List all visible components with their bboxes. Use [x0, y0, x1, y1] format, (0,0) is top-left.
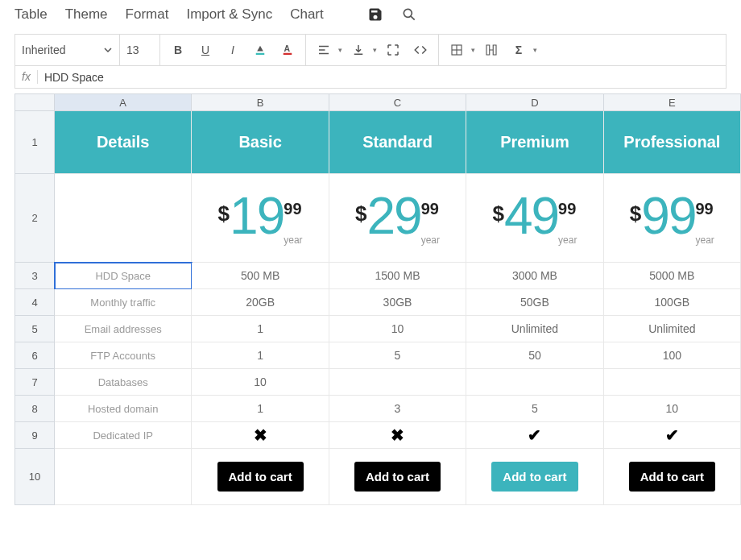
feature-value[interactable]: 50GB: [466, 289, 603, 316]
menu-import-sync[interactable]: Import & Sync: [186, 6, 272, 23]
row-header-6[interactable]: 6: [14, 342, 55, 369]
chevron-down-icon: [103, 45, 113, 55]
svg-line-1: [411, 16, 415, 20]
cart-cell[interactable]: Add to cart: [192, 449, 329, 505]
feature-value[interactable]: 10: [192, 369, 329, 396]
feature-value[interactable]: 50: [466, 342, 603, 369]
row-header-7[interactable]: 7: [14, 369, 55, 396]
row-header-9[interactable]: 9: [14, 422, 55, 449]
feature-value[interactable]: 10: [329, 316, 466, 342]
row-header-5[interactable]: 5: [14, 316, 55, 342]
row-header-8[interactable]: 8: [14, 396, 55, 422]
save-icon[interactable]: [367, 6, 383, 23]
bold-button[interactable]: B: [167, 39, 189, 61]
feature-value[interactable]: ✖: [192, 422, 329, 449]
col-header-c[interactable]: C: [329, 93, 466, 111]
feature-value[interactable]: ✔: [466, 422, 603, 449]
feature-value[interactable]: 500 MB: [192, 263, 329, 289]
feature-value[interactable]: 1: [192, 342, 329, 369]
cart-cell[interactable]: Add to cart: [604, 449, 741, 505]
plan-header[interactable]: Details: [55, 111, 192, 174]
feature-value[interactable]: 1: [192, 396, 329, 422]
align-horizontal-button[interactable]: [313, 39, 335, 61]
align-vertical-button[interactable]: [347, 39, 370, 61]
menu-theme[interactable]: Theme: [65, 6, 108, 23]
add-to-cart-button[interactable]: Add to cart: [217, 462, 304, 492]
col-header-b[interactable]: B: [192, 93, 329, 111]
add-to-cart-button[interactable]: Add to cart: [629, 462, 715, 492]
row-header-3[interactable]: 3: [14, 263, 55, 289]
svg-text:A: A: [284, 44, 291, 53]
feature-value[interactable]: 3000 MB: [466, 263, 603, 289]
expand-button[interactable]: [382, 39, 404, 61]
feature-label[interactable]: Monthly traffic: [55, 289, 192, 316]
plan-header[interactable]: Standard: [329, 111, 466, 174]
feature-label[interactable]: Databases: [55, 369, 192, 396]
font-size-input[interactable]: 13: [120, 35, 160, 65]
feature-label[interactable]: Email addresses: [55, 316, 192, 342]
feature-value[interactable]: [329, 369, 466, 396]
feature-label[interactable]: Dedicated IP: [55, 422, 192, 449]
add-to-cart-button[interactable]: Add to cart: [491, 462, 577, 492]
fill-color-button[interactable]: [249, 39, 271, 61]
feature-value[interactable]: 5000 MB: [604, 263, 741, 289]
feature-value[interactable]: 100GB: [604, 289, 741, 316]
feature-value[interactable]: 20GB: [192, 289, 329, 316]
col-header-a[interactable]: A: [55, 93, 192, 111]
price-cell[interactable]: $1999year: [192, 174, 329, 263]
feature-value[interactable]: 1: [192, 316, 329, 342]
row-header-1[interactable]: 1: [14, 111, 55, 174]
feature-value[interactable]: 100: [604, 342, 741, 369]
feature-value[interactable]: ✖: [329, 422, 466, 449]
feature-value[interactable]: [604, 369, 741, 396]
menu-chart[interactable]: Chart: [290, 6, 324, 23]
feature-value[interactable]: 1500 MB: [329, 263, 466, 289]
merge-button[interactable]: [480, 39, 503, 61]
feature-value[interactable]: Unlimited: [604, 316, 741, 342]
menu-table[interactable]: Table: [14, 6, 48, 23]
italic-button[interactable]: I: [221, 39, 244, 61]
borders-button[interactable]: [445, 39, 468, 61]
underline-button[interactable]: U: [194, 39, 217, 61]
svg-rect-4: [284, 53, 292, 55]
formula-button[interactable]: Σ: [507, 39, 530, 61]
feature-value[interactable]: 3: [329, 396, 466, 422]
code-button[interactable]: [409, 39, 432, 61]
cross-icon: ✖: [391, 425, 404, 445]
feature-value[interactable]: 5: [329, 342, 466, 369]
feature-value[interactable]: 10: [604, 396, 741, 422]
cart-cell[interactable]: Add to cart: [466, 449, 603, 505]
row-header-2[interactable]: 2: [14, 174, 55, 263]
feature-label[interactable]: Hosted domain: [55, 396, 192, 422]
feature-value[interactable]: 30GB: [329, 289, 466, 316]
column-headers: A B C D E: [14, 93, 741, 111]
row-header-4[interactable]: 4: [14, 289, 55, 316]
row-header-10[interactable]: 10: [14, 449, 55, 505]
select-all-corner[interactable]: [14, 93, 55, 111]
col-header-e[interactable]: E: [604, 93, 741, 111]
price-cell[interactable]: $9999year: [604, 174, 741, 263]
feature-value[interactable]: ✔: [604, 422, 741, 449]
plan-header[interactable]: Premium: [466, 111, 603, 174]
empty-cell[interactable]: [55, 449, 192, 505]
add-to-cart-button[interactable]: Add to cart: [354, 462, 441, 492]
formula-input[interactable]: [38, 71, 726, 84]
price-cell[interactable]: $4999year: [466, 174, 603, 263]
cart-cell[interactable]: Add to cart: [329, 449, 466, 505]
cross-icon: ✖: [254, 425, 267, 445]
feature-label[interactable]: FTP Accounts: [55, 342, 192, 369]
plan-header[interactable]: Professional: [604, 111, 741, 174]
col-header-d[interactable]: D: [466, 93, 603, 111]
font-family-value: Inherited: [22, 44, 65, 56]
feature-value[interactable]: 5: [466, 396, 603, 422]
menu-format[interactable]: Format: [126, 6, 169, 23]
font-family-select[interactable]: Inherited: [15, 35, 120, 65]
plan-header[interactable]: Basic: [192, 111, 329, 174]
feature-value[interactable]: [466, 369, 603, 396]
price-cell[interactable]: $2999year: [329, 174, 466, 263]
empty-cell[interactable]: [55, 174, 192, 263]
feature-value[interactable]: Unlimited: [466, 316, 603, 342]
search-icon[interactable]: [401, 6, 417, 23]
feature-label[interactable]: HDD Space: [55, 263, 192, 289]
text-color-button[interactable]: A: [276, 39, 299, 61]
